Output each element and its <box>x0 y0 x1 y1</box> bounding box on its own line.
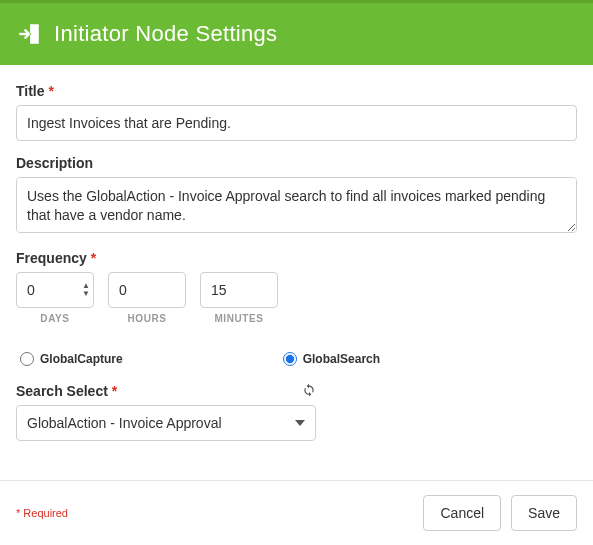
field-description: Description Uses the GlobalAction - Invo… <box>16 155 577 236</box>
minutes-unit-label: MINUTES <box>214 313 263 324</box>
required-note: * Required <box>16 507 68 519</box>
radio-globalcapture-label: GlobalCapture <box>40 352 123 366</box>
radio-globalcapture-input[interactable] <box>20 352 34 366</box>
title-label: Title <box>16 83 45 99</box>
refresh-icon[interactable] <box>302 382 316 399</box>
search-select-dropdown[interactable]: GlobalAction - Invoice Approval <box>16 405 316 441</box>
required-asterisk: * <box>49 83 54 99</box>
radio-globalsearch-label: GlobalSearch <box>303 352 380 366</box>
days-stepper[interactable]: ▲ ▼ <box>82 282 90 298</box>
days-unit-label: DAYS <box>40 313 69 324</box>
dialog-footer: * Required Cancel Save <box>0 480 593 545</box>
source-radio-group: GlobalCapture GlobalSearch <box>16 338 577 382</box>
required-asterisk: * <box>91 250 96 266</box>
required-asterisk: * <box>112 383 117 399</box>
field-title: Title * <box>16 83 577 141</box>
hours-unit-label: HOURS <box>127 313 166 324</box>
dialog-title: Initiator Node Settings <box>54 21 277 47</box>
frequency-minutes-input[interactable] <box>200 272 278 308</box>
description-textarea[interactable]: Uses the GlobalAction - Invoice Approval… <box>16 177 577 233</box>
description-label: Description <box>16 155 93 171</box>
radio-globalcapture[interactable]: GlobalCapture <box>20 352 123 366</box>
dialog-body: Title * Description Uses the GlobalActio… <box>0 65 593 441</box>
search-select-label: Search Select <box>16 383 108 399</box>
cancel-button[interactable]: Cancel <box>423 495 501 531</box>
field-frequency: Frequency * ▲ ▼ DAYS HOURS MINUT <box>16 250 577 324</box>
frequency-hours-input[interactable] <box>108 272 186 308</box>
frequency-label: Frequency <box>16 250 87 266</box>
radio-globalsearch[interactable]: GlobalSearch <box>283 352 380 366</box>
initiator-icon <box>16 21 42 47</box>
dialog-header: Initiator Node Settings <box>0 0 593 65</box>
save-button[interactable]: Save <box>511 495 577 531</box>
title-input[interactable] <box>16 105 577 141</box>
radio-globalsearch-input[interactable] <box>283 352 297 366</box>
field-search-select: Search Select * GlobalAction - Invoice A… <box>16 382 577 441</box>
chevron-down-icon[interactable]: ▼ <box>82 290 90 298</box>
